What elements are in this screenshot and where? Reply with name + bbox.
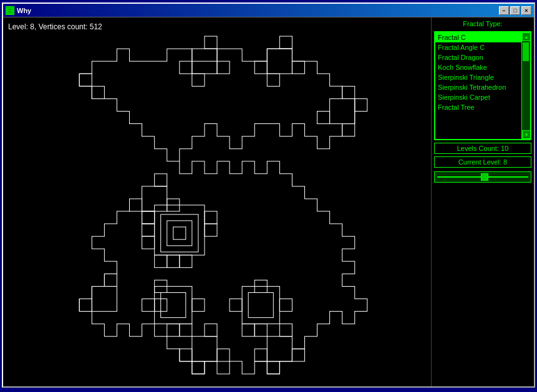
svg-rect-10 — [254, 61, 267, 74]
svg-rect-26 — [142, 224, 155, 236]
svg-rect-38 — [192, 299, 205, 312]
svg-rect-54 — [192, 361, 205, 374]
svg-rect-3 — [79, 74, 92, 86]
svg-rect-47 — [242, 324, 254, 337]
svg-rect-32 — [180, 255, 192, 267]
scrollbar[interactable]: ▲ ▼ — [521, 32, 530, 139]
fractal-list: Fractal CFractal Angle CFractal DragonKo… — [435, 32, 521, 139]
window-title: Why — [17, 7, 31, 14]
svg-rect-52 — [180, 349, 192, 361]
current-level-display: Current Level: 8 — [434, 156, 531, 168]
fractal-list-item[interactable]: Sierpinski Tetrahedron — [435, 82, 521, 92]
svg-rect-2 — [92, 86, 104, 98]
svg-rect-58 — [292, 349, 304, 361]
svg-rect-25 — [142, 211, 155, 224]
svg-rect-57 — [254, 349, 267, 361]
svg-rect-16 — [342, 124, 355, 136]
svg-rect-5 — [180, 61, 192, 74]
svg-rect-9 — [267, 49, 292, 74]
title-bar-buttons: − □ × — [499, 6, 531, 15]
level-slider-container[interactable] — [434, 171, 531, 183]
svg-rect-59 — [267, 361, 279, 374]
fractal-list-item[interactable]: Fractal Tree — [435, 102, 521, 112]
svg-rect-36 — [155, 286, 192, 323]
svg-rect-12 — [267, 74, 279, 86]
svg-rect-30 — [155, 255, 167, 267]
minimize-button[interactable]: − — [499, 6, 509, 15]
svg-rect-44 — [242, 286, 279, 323]
svg-rect-7 — [192, 74, 205, 86]
content-area: Level: 8, Vertices count: 512 — [3, 17, 534, 386]
fractal-list-item[interactable]: Sierpinski Triangle — [435, 72, 521, 82]
svg-rect-48 — [254, 324, 267, 337]
close-button[interactable]: × — [521, 6, 531, 15]
svg-rect-24 — [155, 205, 205, 255]
svg-rect-33 — [161, 214, 198, 252]
svg-rect-62 — [79, 299, 92, 312]
svg-rect-45 — [230, 299, 242, 312]
right-panel: Fractal Type: Fractal CFractal Angle CFr… — [431, 17, 534, 386]
scrollbar-thumb-area — [522, 41, 530, 130]
svg-rect-51 — [192, 337, 217, 361]
maximize-button[interactable]: □ — [510, 6, 520, 15]
fractal-list-item[interactable]: Fractal Dragon — [435, 52, 521, 62]
svg-rect-29 — [205, 224, 217, 236]
scroll-up-button[interactable]: ▲ — [522, 32, 531, 41]
svg-rect-42 — [161, 292, 186, 317]
svg-rect-31 — [167, 255, 180, 267]
svg-rect-17 — [355, 98, 367, 111]
fractal-list-item[interactable]: Sierpinski Carpet — [435, 92, 521, 102]
svg-rect-40 — [167, 324, 180, 337]
svg-rect-56 — [267, 337, 292, 361]
svg-rect-63 — [104, 274, 117, 286]
slider-thumb[interactable] — [481, 173, 488, 181]
svg-rect-14 — [330, 98, 355, 123]
svg-rect-11 — [292, 61, 304, 74]
fractal-list-item[interactable]: Koch Snowflake — [435, 62, 521, 72]
svg-rect-18 — [317, 112, 330, 124]
svg-rect-53 — [217, 349, 230, 361]
svg-rect-27 — [142, 236, 155, 249]
svg-rect-6 — [217, 61, 230, 74]
svg-rect-13 — [279, 36, 292, 49]
svg-rect-28 — [205, 211, 217, 224]
svg-rect-46 — [279, 299, 292, 312]
svg-rect-8 — [205, 36, 217, 49]
fractal-list-container: Fractal CFractal Angle CFractal DragonKo… — [434, 31, 531, 140]
svg-rect-55 — [205, 324, 217, 337]
app-icon — [6, 6, 14, 15]
fractal-list-item[interactable]: Fractal Angle C — [435, 42, 521, 52]
title-bar-left: Why — [6, 6, 31, 15]
svg-rect-34 — [167, 221, 192, 246]
fractal-display — [3, 17, 431, 386]
canvas-area: Level: 8, Vertices count: 512 — [3, 17, 431, 386]
svg-rect-15 — [342, 86, 355, 98]
svg-rect-35 — [173, 227, 186, 239]
svg-rect-41 — [180, 324, 192, 337]
svg-rect-60 — [279, 324, 292, 337]
svg-rect-50 — [248, 292, 273, 317]
scroll-down-button[interactable]: ▼ — [522, 130, 531, 139]
title-bar: Why − □ × — [3, 4, 534, 17]
scrollbar-thumb[interactable] — [523, 42, 529, 61]
fractal-list-item[interactable]: Fractal C — [435, 32, 521, 42]
main-window: Why − □ × Level: 8, Vertices count: 512 — [2, 2, 535, 388]
svg-rect-20 — [130, 199, 142, 211]
svg-rect-61 — [92, 286, 117, 311]
levels-count-display: Levels Count: 10 — [434, 143, 531, 154]
svg-rect-37 — [142, 299, 155, 312]
svg-rect-22 — [142, 211, 155, 224]
fractal-type-label: Fractal Type: — [434, 20, 531, 27]
svg-rect-23 — [155, 174, 167, 186]
